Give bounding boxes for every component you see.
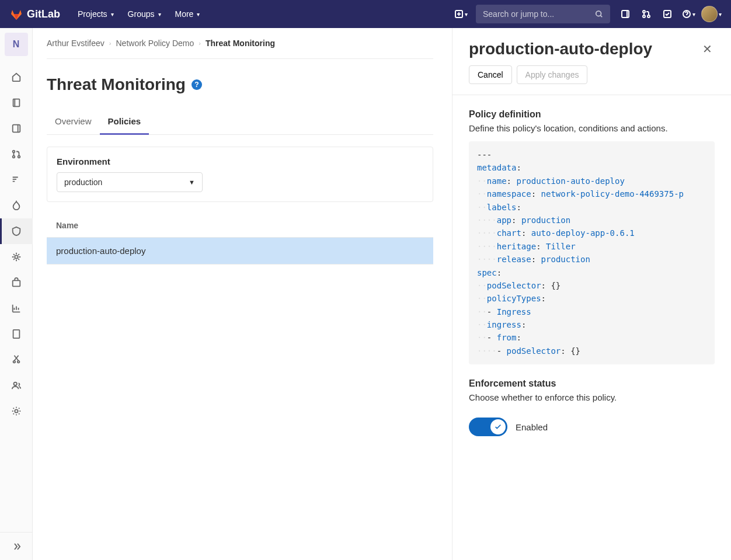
top-navbar: GitLab Projects▾ Groups▾ More▾ ▾ ▾ ▾ [0, 0, 731, 28]
nav-more[interactable]: More▾ [169, 5, 206, 23]
sidebar-home[interactable] [0, 64, 33, 90]
tab-overview[interactable]: Overview [47, 109, 100, 135]
svg-point-10 [12, 151, 15, 153]
breadcrumb-user[interactable]: Arthur Evstifeev [47, 39, 105, 48]
tanuki-icon [9, 7, 23, 21]
svg-rect-2 [622, 11, 629, 18]
svg-rect-14 [12, 280, 20, 286]
environment-label: Environment [57, 156, 423, 166]
table-row[interactable]: production-auto-deploy [47, 238, 433, 265]
search-input[interactable] [476, 5, 610, 23]
svg-point-3 [643, 11, 645, 13]
svg-rect-9 [12, 125, 20, 133]
enforcement-desc: Choose whether to enforce this policy. [469, 392, 715, 402]
tabs: Overview Policies [47, 109, 433, 135]
chevron-down-icon: ▾ [197, 11, 200, 18]
project-avatar[interactable]: N [5, 33, 28, 56]
search-icon [595, 10, 603, 18]
svg-point-11 [12, 156, 15, 158]
toggle-label: Enabled [516, 422, 548, 432]
sidebar-operations[interactable] [0, 244, 33, 270]
svg-rect-15 [13, 330, 19, 338]
enforcement-title: Enforcement status [469, 378, 715, 389]
breadcrumb-current: Threat Monitoring [206, 39, 275, 48]
issues-icon[interactable] [616, 5, 635, 23]
sidebar-analytics[interactable] [0, 167, 33, 193]
sidebar-repository[interactable] [0, 90, 33, 116]
environment-dropdown[interactable]: production ▼ [57, 172, 203, 192]
panel-title: production-auto-deploy [469, 40, 652, 58]
close-button[interactable]: ✕ [700, 40, 715, 58]
nav-projects[interactable]: Projects▾ [72, 5, 120, 23]
sidebar-cicd[interactable] [0, 193, 33, 218]
tab-policies[interactable]: Policies [100, 109, 149, 135]
environment-section: Environment production ▼ [47, 147, 433, 202]
svg-point-12 [18, 156, 20, 158]
chevron-down-icon: ▼ [189, 179, 195, 186]
create-menu[interactable]: ▾ [451, 5, 470, 23]
yaml-editor[interactable]: --- metadata: ··name: production-auto-de… [469, 141, 715, 364]
svg-rect-8 [13, 99, 19, 107]
nav-groups[interactable]: Groups▾ [122, 5, 167, 23]
merge-requests-icon[interactable] [637, 5, 656, 23]
policies-table: Name production-auto-deploy [47, 214, 433, 265]
chevron-down-icon: ▾ [111, 11, 114, 18]
project-sidebar: N [0, 28, 33, 560]
enforcement-toggle[interactable] [469, 418, 507, 436]
policy-definition-title: Policy definition [469, 109, 715, 120]
breadcrumb: Arthur Evstifeev › Network Policy Demo ›… [47, 28, 433, 59]
user-avatar[interactable] [701, 6, 718, 22]
svg-point-18 [13, 382, 16, 385]
cancel-button[interactable]: Cancel [469, 65, 512, 84]
sidebar-settings[interactable] [0, 398, 33, 424]
svg-point-4 [643, 15, 645, 18]
sidebar-packages[interactable] [0, 270, 33, 295]
svg-point-13 [15, 255, 18, 258]
help-menu[interactable]: ▾ [679, 5, 698, 23]
sidebar-security[interactable] [0, 218, 33, 244]
nav-items: Projects▾ Groups▾ More▾ [72, 5, 206, 23]
sidebar-charts[interactable] [0, 295, 33, 321]
brand-text: GitLab [27, 8, 60, 20]
check-icon [490, 419, 506, 434]
policy-panel: production-auto-deploy ✕ Cancel Apply ch… [452, 28, 731, 560]
svg-point-5 [648, 15, 650, 18]
sidebar-wiki[interactable] [0, 321, 33, 347]
apply-button[interactable]: Apply changes [517, 65, 588, 84]
sidebar-expand[interactable] [0, 532, 33, 560]
page-title: Threat Monitoring [47, 75, 186, 94]
main-content: Arthur Evstifeev › Network Policy Demo ›… [33, 28, 452, 560]
sidebar-merge-requests[interactable] [0, 141, 33, 167]
policy-definition-desc: Define this policy's location, condition… [469, 123, 715, 133]
breadcrumb-project[interactable]: Network Policy Demo [116, 39, 194, 48]
sidebar-issues[interactable] [0, 116, 33, 141]
chevron-right-icon: › [109, 40, 112, 47]
svg-point-1 [596, 11, 601, 16]
chevron-down-icon: ▾ [158, 11, 161, 18]
svg-point-16 [13, 361, 15, 363]
col-name: Name [47, 214, 433, 238]
todos-icon[interactable] [658, 5, 677, 23]
gitlab-logo[interactable]: GitLab [9, 7, 60, 21]
sidebar-snippets[interactable] [0, 347, 33, 373]
divider [452, 95, 731, 95]
sidebar-members[interactable] [0, 373, 33, 398]
help-icon[interactable]: ? [192, 79, 202, 90]
chevron-right-icon: › [199, 40, 201, 47]
svg-point-19 [15, 409, 18, 412]
svg-point-17 [17, 361, 19, 363]
